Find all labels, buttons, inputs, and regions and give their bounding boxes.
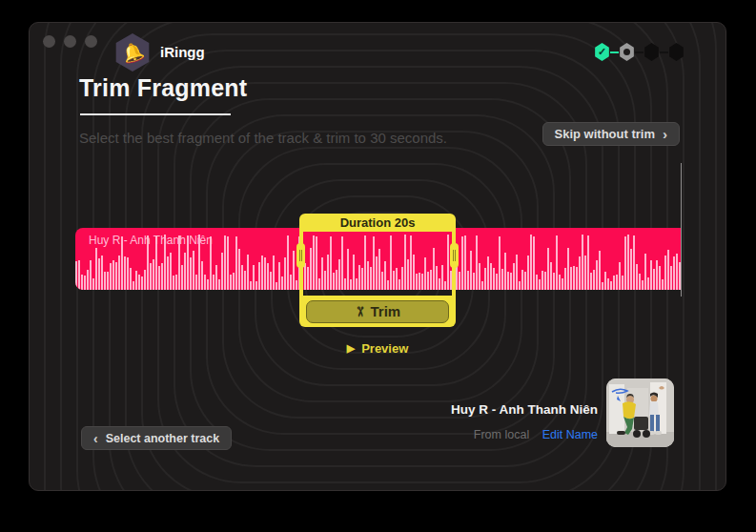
app-window: 🔔 iRingg ✓ Trim Fragment Select the best… [29, 22, 726, 491]
skip-without-trim-button[interactable]: Skip without trim › [542, 122, 680, 146]
preview-button[interactable]: ▶ Preview [299, 338, 456, 358]
step-3-pending [644, 43, 660, 61]
trim-button[interactable]: ✂ Trim [306, 300, 449, 323]
selection-right-handle[interactable] [450, 243, 459, 268]
page-title: Trim Fragment [79, 74, 247, 102]
window-controls [43, 35, 97, 48]
step-connector [635, 51, 644, 53]
track-info: Huy R - Anh Thanh Niên From local Edit N… [312, 402, 598, 441]
edit-name-link[interactable]: Edit Name [542, 428, 598, 441]
step-connector [660, 51, 668, 53]
step-connector [610, 51, 619, 53]
track-title: Huy R - Anh Thanh Niên [312, 402, 598, 417]
waveform-track-label: Huy R - Anh Thanh Niên [89, 234, 213, 247]
title-underline [80, 113, 231, 115]
trim-selection-box[interactable]: Duration 20s ✂ Trim [299, 214, 456, 327]
step-4-pending [668, 43, 684, 61]
trim-button-label: Trim [371, 303, 401, 319]
scissors-icon: ✂ [353, 306, 368, 317]
chevron-left-icon: ‹ [93, 432, 98, 445]
select-another-track-button[interactable]: ‹ Select another track [81, 426, 232, 450]
zoom-window-button[interactable] [85, 35, 97, 48]
track-end-marker [681, 163, 682, 297]
app-name: iRingg [160, 44, 205, 60]
close-window-button[interactable] [43, 35, 55, 48]
app-logo: 🔔 [113, 33, 152, 72]
selection-window[interactable] [299, 232, 456, 296]
skip-button-label: Skip without trim [555, 127, 655, 141]
album-art [606, 379, 674, 447]
back-button-label: Select another track [106, 432, 220, 445]
album-art-image [606, 379, 674, 447]
chevron-right-icon: › [663, 127, 667, 141]
selection-left-handle[interactable] [296, 243, 305, 268]
selection-footer: ✂ Trim [299, 296, 456, 327]
hexagon-logo-shape: 🔔 [113, 33, 152, 72]
step-1-completed: ✓ [594, 43, 610, 61]
preview-button-label: Preview [361, 341, 408, 356]
bell-icon: 🔔 [119, 39, 146, 66]
play-icon: ▶ [347, 343, 355, 354]
page-subtitle: Select the best fragment of the track & … [79, 130, 447, 146]
minimize-window-button[interactable] [64, 35, 76, 48]
progress-stepper: ✓ [594, 43, 684, 61]
step-2-current [619, 43, 635, 61]
track-source-label: From local [474, 428, 529, 441]
duration-label: Duration 20s [299, 214, 456, 232]
